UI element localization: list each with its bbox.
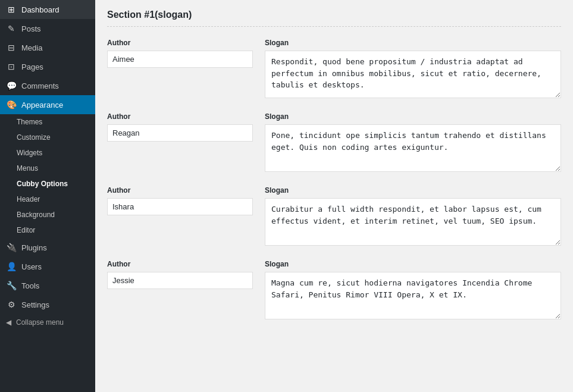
sidebar-item-widgets[interactable]: Widgets (0, 145, 95, 161)
sidebar-item-pages[interactable]: ⊡ Pages (0, 57, 95, 76)
plugins-icon: 🔌 (6, 243, 17, 252)
author-group-3: Author (107, 260, 253, 319)
sidebar-item-label: Users (21, 262, 42, 271)
sidebar-item-cubby-options[interactable]: Cubby Options (0, 176, 95, 192)
media-icon: ⊟ (6, 43, 17, 52)
sidebar-item-media[interactable]: ⊟ Media (0, 38, 95, 57)
author-label-3: Author (107, 260, 253, 268)
slogan-group-3: Slogan Magna cum re, sicut hodierna navi… (265, 260, 561, 319)
author-group-2: Author (107, 186, 253, 246)
appearance-label: Appearance (21, 101, 63, 109)
sidebar-item-background[interactable]: Background (0, 207, 95, 222)
sidebar-item-posts[interactable]: ✎ Posts (0, 19, 95, 38)
section-title: Section #1(slogan) (107, 10, 561, 27)
collapse-menu-button[interactable]: ◀ Collapse menu (0, 314, 95, 331)
sidebar-item-comments[interactable]: 💬 Comments (0, 76, 95, 95)
dashboard-icon: ⊞ (6, 5, 17, 14)
comments-icon: 💬 (6, 81, 17, 90)
slogan-textarea-2[interactable]: Curabitur a full width respondit, et lab… (265, 198, 561, 246)
sidebar-item-menus[interactable]: Menus (0, 161, 95, 176)
entry-block-1: Author Slogan Pone, tincidunt ope simpli… (107, 112, 561, 172)
sidebar-item-tools[interactable]: 🔧 Tools (0, 276, 95, 295)
slogan-group-0: Slogan Respondit, quod bene propositum /… (265, 39, 561, 98)
sidebar-item-label: Posts (21, 24, 41, 33)
sidebar-item-label: Settings (21, 300, 49, 309)
collapse-label: Collapse menu (16, 318, 64, 327)
collapse-icon: ◀ (6, 318, 11, 327)
sidebar-item-customize[interactable]: Customize (0, 130, 95, 145)
slogan-label-0: Slogan (265, 39, 561, 47)
main-content: Section #1(slogan) Author Slogan Respond… (95, 0, 573, 392)
settings-icon: ⚙ (6, 300, 17, 309)
slogan-textarea-3[interactable]: Magna cum re, sicut hodierna navigatores… (265, 272, 561, 319)
entry-block-0: Author Slogan Respondit, quod bene propo… (107, 39, 561, 98)
sidebar-item-header[interactable]: Header (0, 192, 95, 207)
author-input-3[interactable] (107, 272, 253, 289)
sidebar-item-editor[interactable]: Editor (0, 222, 95, 238)
author-label-2: Author (107, 186, 253, 195)
sidebar: ⊞ Dashboard ✎ Posts ⊟ Media ⊡ Pages 💬 Co… (0, 0, 95, 392)
sidebar-item-appearance[interactable]: 🎨 Appearance (0, 95, 95, 114)
sidebar-item-plugins[interactable]: 🔌 Plugins (0, 238, 95, 257)
sidebar-item-label: Pages (21, 62, 43, 71)
posts-icon: ✎ (6, 24, 17, 33)
author-label-1: Author (107, 112, 253, 121)
slogan-label-1: Slogan (265, 112, 561, 121)
sidebar-item-themes[interactable]: Themes (0, 114, 95, 130)
author-label-0: Author (107, 39, 253, 47)
sidebar-item-label: Plugins (21, 243, 47, 252)
slogan-label-3: Slogan (265, 260, 561, 268)
users-icon: 👤 (6, 262, 17, 271)
slogan-textarea-1[interactable]: Pone, tincidunt ope simplicis tantum tra… (265, 124, 561, 172)
author-input-0[interactable] (107, 51, 253, 68)
entry-block-3: Author Slogan Magna cum re, sicut hodier… (107, 260, 561, 319)
tools-icon: 🔧 (6, 281, 17, 290)
slogan-group-1: Slogan Pone, tincidunt ope simplicis tan… (265, 112, 561, 172)
sidebar-item-users[interactable]: 👤 Users (0, 257, 95, 276)
author-group-1: Author (107, 112, 253, 172)
pages-icon: ⊡ (6, 62, 17, 71)
sidebar-item-label: Comments (21, 81, 59, 90)
author-input-1[interactable] (107, 124, 253, 142)
sidebar-item-label: Dashboard (21, 5, 60, 14)
author-group-0: Author (107, 39, 253, 98)
slogan-label-2: Slogan (265, 186, 561, 195)
sidebar-item-label: Tools (21, 281, 39, 290)
slogan-textarea-0[interactable]: Respondit, quod bene propositum / indust… (265, 51, 561, 98)
sidebar-item-settings[interactable]: ⚙ Settings (0, 295, 95, 314)
sidebar-item-dashboard[interactable]: ⊞ Dashboard (0, 0, 95, 19)
sidebar-item-label: Media (21, 43, 42, 52)
slogan-group-2: Slogan Curabitur a full width respondit,… (265, 186, 561, 246)
appearance-icon: 🎨 (6, 100, 17, 109)
author-input-2[interactable] (107, 198, 253, 215)
entry-block-2: Author Slogan Curabitur a full width res… (107, 186, 561, 246)
